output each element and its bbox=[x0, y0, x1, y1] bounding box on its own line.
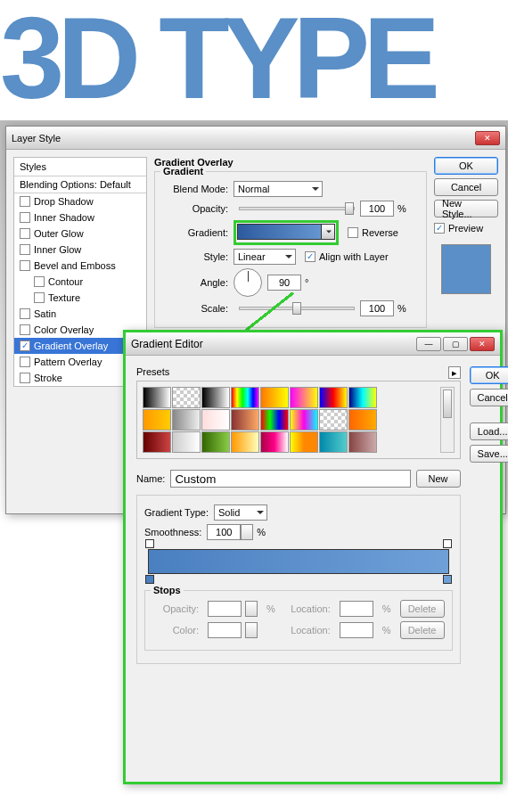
scale-label: Scale: bbox=[162, 303, 234, 314]
preset-swatch[interactable] bbox=[143, 387, 171, 408]
preset-swatch[interactable] bbox=[348, 409, 377, 431]
preset-swatch[interactable] bbox=[260, 431, 289, 453]
style-checkbox[interactable] bbox=[20, 244, 30, 255]
stops-legend: Stops bbox=[151, 585, 184, 595]
style-checkbox[interactable] bbox=[34, 292, 45, 303]
preset-swatch[interactable] bbox=[319, 387, 348, 408]
cancel-button[interactable]: Cancel bbox=[434, 178, 498, 196]
new-gradient-button[interactable]: New bbox=[416, 470, 461, 488]
preset-swatch[interactable] bbox=[143, 431, 171, 453]
style-item-bevel-and-emboss[interactable]: Bevel and Emboss bbox=[14, 258, 146, 274]
style-checkbox[interactable] bbox=[20, 357, 30, 367]
opacity-value[interactable]: 100 bbox=[360, 201, 394, 217]
style-checkbox[interactable] bbox=[20, 324, 30, 335]
delete-color-stop-button: Delete bbox=[400, 621, 445, 639]
maximize-icon[interactable]: ▢ bbox=[443, 337, 468, 351]
preset-swatch[interactable] bbox=[172, 431, 201, 453]
style-item-outer-glow[interactable]: Outer Glow bbox=[14, 226, 146, 242]
delete-opacity-stop-button: Delete bbox=[400, 600, 445, 618]
preset-swatch[interactable] bbox=[290, 431, 318, 453]
style-checkbox[interactable] bbox=[20, 373, 30, 383]
preset-swatch[interactable] bbox=[201, 387, 230, 408]
blending-options-item[interactable]: Blending Options: Default bbox=[14, 176, 146, 193]
stop-opacity-spinner bbox=[245, 601, 258, 617]
ge-save-button[interactable]: Save... bbox=[470, 445, 508, 463]
opacity-stop-left[interactable] bbox=[145, 539, 154, 548]
preset-swatch[interactable] bbox=[348, 431, 377, 453]
style-item-inner-glow[interactable]: Inner Glow bbox=[14, 242, 146, 258]
reverse-checkbox[interactable] bbox=[348, 227, 358, 238]
preview-checkbox[interactable] bbox=[434, 223, 445, 234]
ge-cancel-button[interactable]: Cancel bbox=[470, 389, 508, 406]
preset-swatch[interactable] bbox=[260, 387, 289, 408]
gradient-type-select[interactable]: Solid bbox=[214, 504, 267, 521]
ok-button[interactable]: OK bbox=[434, 157, 498, 175]
gradient-label: Gradient: bbox=[162, 227, 234, 238]
style-item-texture[interactable]: Texture bbox=[14, 290, 146, 306]
ge-ok-button[interactable]: OK bbox=[470, 366, 508, 384]
style-checkbox[interactable] bbox=[20, 340, 30, 351]
scale-value[interactable]: 100 bbox=[360, 300, 394, 316]
name-input[interactable] bbox=[170, 470, 410, 488]
gradient-editor-titlebar[interactable]: Gradient Editor — ▢ ✕ bbox=[126, 332, 500, 356]
gradient-picker-highlight bbox=[234, 220, 339, 245]
color-stop-right[interactable] bbox=[443, 575, 452, 584]
smoothness-value[interactable]: 100 bbox=[207, 524, 241, 540]
ge-load-button[interactable]: Load... bbox=[470, 422, 508, 440]
preset-swatch[interactable] bbox=[231, 431, 259, 453]
preset-swatch[interactable] bbox=[348, 387, 377, 408]
smoothness-spinner[interactable] bbox=[241, 524, 253, 540]
preset-swatch[interactable] bbox=[231, 409, 259, 431]
style-label: Style: bbox=[162, 251, 234, 262]
gradient-picker[interactable] bbox=[237, 224, 335, 240]
style-checkbox[interactable] bbox=[20, 308, 30, 319]
stop-opacity-value bbox=[208, 601, 242, 617]
styles-header[interactable]: Styles bbox=[14, 158, 146, 176]
color-stop-left[interactable] bbox=[145, 575, 154, 584]
minimize-icon[interactable]: — bbox=[416, 337, 441, 351]
style-checkbox[interactable] bbox=[20, 228, 30, 239]
gradient-editor-main: Presets ▸ Name: New Gradient Type: Solid… bbox=[136, 366, 461, 669]
close-icon[interactable]: ✕ bbox=[470, 337, 495, 351]
style-item-drop-shadow[interactable]: Drop Shadow bbox=[14, 193, 146, 209]
presets-box bbox=[136, 381, 461, 459]
preset-swatch[interactable] bbox=[319, 409, 348, 431]
close-icon[interactable]: ✕ bbox=[475, 131, 500, 145]
preset-swatch[interactable] bbox=[201, 431, 230, 453]
style-item-label: Outer Glow bbox=[34, 228, 84, 239]
style-item-label: Gradient Overlay bbox=[34, 340, 108, 351]
preset-grid bbox=[143, 387, 437, 453]
preset-swatch[interactable] bbox=[260, 409, 289, 431]
presets-menu-icon[interactable]: ▸ bbox=[448, 366, 461, 379]
stop-color-location-label: Location: bbox=[284, 625, 336, 636]
preset-swatch[interactable] bbox=[319, 431, 348, 453]
preset-swatch[interactable] bbox=[172, 409, 201, 431]
stop-color-label: Color: bbox=[152, 625, 204, 636]
style-item-contour[interactable]: Contour bbox=[14, 274, 146, 290]
opacity-stop-right[interactable] bbox=[443, 539, 452, 548]
preset-swatch[interactable] bbox=[172, 387, 201, 408]
preset-swatch[interactable] bbox=[290, 387, 318, 408]
style-checkbox[interactable] bbox=[20, 212, 30, 223]
preset-swatch[interactable] bbox=[290, 409, 318, 431]
new-style-button[interactable]: New Style... bbox=[434, 200, 498, 217]
preset-swatch[interactable] bbox=[231, 387, 259, 408]
opacity-slider[interactable] bbox=[239, 207, 355, 210]
blend-mode-select[interactable]: Normal bbox=[234, 181, 323, 197]
style-item-label: Color Overlay bbox=[34, 324, 94, 335]
style-checkbox[interactable] bbox=[20, 196, 30, 207]
reverse-label: Reverse bbox=[362, 227, 398, 238]
align-checkbox[interactable] bbox=[305, 251, 315, 262]
style-item-inner-shadow[interactable]: Inner Shadow bbox=[14, 209, 146, 226]
style-item-label: Pattern Overlay bbox=[34, 357, 102, 367]
style-item-satin[interactable]: Satin bbox=[14, 306, 146, 322]
preset-swatch[interactable] bbox=[201, 409, 230, 431]
layer-style-titlebar[interactable]: Layer Style ✕ bbox=[6, 127, 505, 150]
preset-swatch[interactable] bbox=[143, 409, 171, 431]
presets-label: Presets bbox=[136, 366, 169, 379]
style-checkbox[interactable] bbox=[20, 260, 30, 271]
name-label: Name: bbox=[136, 473, 165, 484]
style-checkbox[interactable] bbox=[34, 276, 45, 287]
gradient-bar[interactable] bbox=[148, 549, 449, 574]
presets-scrollbar[interactable] bbox=[440, 387, 455, 453]
